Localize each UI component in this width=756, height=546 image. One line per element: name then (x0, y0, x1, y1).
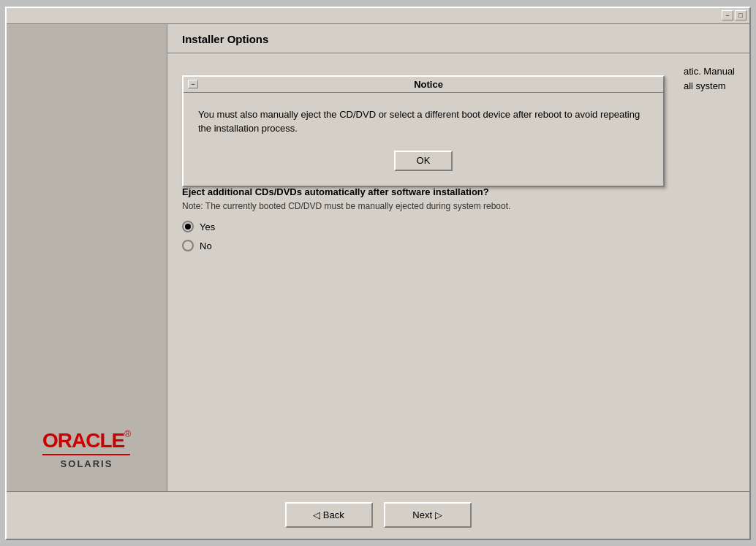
panel-header: Installer Options (167, 24, 749, 53)
main-window: − □ ORACLE® SOLARIS Installer Options (5, 7, 751, 540)
oracle-trademark: ® (124, 429, 131, 439)
next-button[interactable]: Next ▷ (384, 502, 472, 528)
title-bar-controls: − □ (722, 10, 746, 20)
title-bar: − □ (7, 8, 749, 24)
oracle-divider (42, 454, 130, 455)
oracle-logo: ORACLE® SOLARIS (42, 429, 131, 469)
dialog-title: Notice (198, 79, 659, 90)
back-button[interactable]: ◁ Back (285, 502, 373, 528)
solaris-product: SOLARIS (61, 458, 113, 469)
sidebar: ORACLE® SOLARIS (7, 24, 167, 491)
dialog-overlay: − Notice You must also manually eject th… (167, 53, 749, 491)
button-bar: ◁ Back Next ▷ (7, 491, 749, 539)
dialog-body: You must also manually eject the CD/DVD … (184, 93, 663, 186)
maximize-button[interactable]: □ (735, 10, 746, 20)
panel-title: Installer Options (182, 33, 735, 45)
oracle-name: ORACLE (42, 429, 124, 452)
dialog-minimize-button[interactable]: − (188, 80, 198, 88)
dialog-title-bar: − Notice (184, 77, 663, 93)
minimize-button[interactable]: − (722, 10, 733, 20)
content-area: ORACLE® SOLARIS Installer Options atic. … (7, 24, 749, 491)
panel-body: atic. Manual all system Yes No (167, 53, 749, 491)
dialog-buttons: OK (198, 151, 649, 171)
dialog-message: You must also manually eject the CD/DVD … (198, 107, 649, 136)
main-panel: Installer Options atic. Manual all syste… (167, 24, 749, 491)
ok-button[interactable]: OK (394, 151, 453, 171)
notice-dialog: − Notice You must also manually eject th… (182, 75, 665, 187)
